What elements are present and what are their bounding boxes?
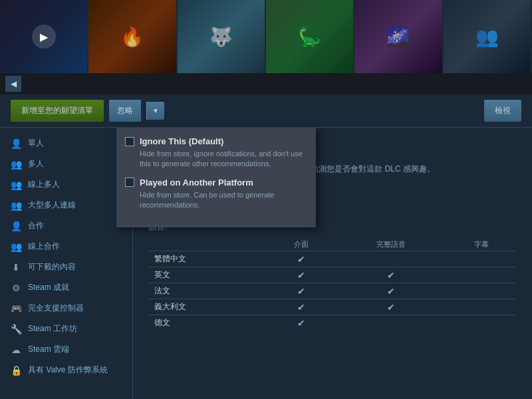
language-section: 語言: 介面 完整語音 字幕 繁體中文 ✔	[149, 221, 516, 331]
sidebar-item-dlc[interactable]: ⬇ 可下載的內容	[0, 257, 132, 277]
cloud-icon: ☁	[11, 344, 21, 355]
sidebar-item-online-coop[interactable]: 👥 線上合作	[0, 236, 132, 257]
sidebar-item-mmo[interactable]: 👥 大型多人連線	[0, 195, 132, 215]
wishlist-button[interactable]: 新增至您的願望清單	[11, 100, 104, 122]
media-thumb-1[interactable]: ▶	[0, 0, 88, 73]
lang-name: 義大利文	[149, 299, 267, 315]
dlc-icon: ⬇	[11, 262, 21, 273]
language-table: 介面 完整語音 字幕 繁體中文 ✔ 英文 ✔ ✔	[149, 238, 516, 331]
online-multi-icon: 👥	[11, 180, 21, 190]
nav-bar: ◀	[0, 73, 532, 94]
ignore-dropdown-arrow[interactable]: ▼	[146, 102, 164, 120]
lang-interface-check: ✔	[267, 251, 336, 267]
ignore-button[interactable]: 忽略	[109, 100, 141, 122]
workshop-icon: 🔧	[11, 324, 21, 334]
sidebar-item-achievements[interactable]: ⚙ Steam 成就	[0, 277, 132, 298]
played-other-checkbox[interactable]	[125, 178, 134, 187]
sidebar-item-controller[interactable]: 🎮 完全支援控制器	[0, 298, 132, 319]
media-thumb-3[interactable]: 🐺	[178, 0, 266, 73]
thumb-figure-fire: 🔥	[88, 0, 176, 73]
vac-icon: 🔒	[11, 365, 21, 376]
multi-player-icon: 👥	[11, 159, 21, 170]
sidebar-item-online-multi[interactable]: 👥 線上多人	[0, 174, 132, 195]
lang-col-name	[149, 238, 267, 251]
sidebar-item-multi[interactable]: 👥 多人	[0, 154, 132, 174]
coop-icon: 👤	[11, 221, 21, 231]
table-row: 繁體中文 ✔	[149, 251, 516, 267]
play-button[interactable]: ▶	[32, 25, 56, 49]
thumb-figure-creature: 🐺	[178, 0, 265, 73]
sidebar-item-vac[interactable]: 🔒 具有 Valve 防作弊系統	[0, 360, 132, 380]
thumb-figure-people: 👥	[444, 0, 531, 73]
lang-name: 法文	[149, 283, 267, 299]
table-row: 英文 ✔ ✔	[149, 267, 516, 283]
sidebar-item-single[interactable]: 👤 單人	[0, 133, 132, 154]
ignore-default-desc: Hide from store, ignore notifications, a…	[125, 149, 307, 170]
media-thumb-4[interactable]: 🦕	[266, 0, 354, 73]
media-thumb-6[interactable]: 👥	[444, 0, 532, 73]
online-coop-icon: 👥	[11, 241, 21, 252]
lang-name: 英文	[149, 267, 267, 283]
lang-name: 德文	[149, 315, 267, 331]
back-arrow-button[interactable]: ◀	[5, 76, 21, 92]
thumb-figure-dino: 🦕	[266, 0, 353, 73]
table-row: 義大利文 ✔ ✔	[149, 299, 516, 315]
played-other-label: Played on Another Platform	[140, 178, 253, 188]
achievements-icon: ⚙	[11, 283, 21, 293]
controller-icon: 🎮	[11, 303, 21, 314]
sidebar-item-cloud[interactable]: ☁ Steam 雲端	[0, 339, 132, 360]
lang-col-interface: 介面	[267, 238, 336, 251]
ignore-dropdown-menu: Ignore This (Default) Hide from store, i…	[116, 128, 316, 227]
media-thumb-5[interactable]: 🌌	[354, 0, 443, 73]
mmo-icon: 👥	[11, 200, 21, 211]
sidebar: 👤 單人 👥 多人 👥 線上多人 👥 大型多人連線 👤 合作 👥 線上合作 ⬇ …	[0, 128, 133, 399]
played-other-desc: Hide from store. Can be used to generate…	[125, 190, 307, 211]
dropdown-item-2: Played on Another Platform Hide from sto…	[125, 178, 307, 211]
table-row: 德文 ✔	[149, 315, 516, 331]
single-player-icon: 👤	[11, 138, 21, 149]
view-button[interactable]: 檢視	[484, 100, 521, 122]
action-bar: 新增至您的願望清單 忽略 ▼ 檢視	[0, 94, 532, 128]
media-strip: ▶ 🔥 🐺 🦕 🌌 👥	[0, 0, 532, 73]
sidebar-item-workshop[interactable]: 🔧 Steam 工作坊	[0, 319, 132, 339]
media-thumb-2[interactable]: 🔥	[88, 0, 177, 73]
thumb-figure-space: 🌌	[354, 0, 442, 73]
lang-col-audio: 完整語音	[336, 238, 447, 251]
ignore-default-label: Ignore This (Default)	[140, 136, 223, 146]
lang-name: 繁體中文	[149, 251, 267, 267]
sidebar-item-coop[interactable]: 👤 合作	[0, 215, 132, 236]
table-row: 法文 ✔ ✔	[149, 283, 516, 299]
ignore-default-checkbox[interactable]	[125, 137, 134, 146]
dropdown-item-1: Ignore This (Default) Hide from store, i…	[125, 136, 307, 170]
lang-col-subtitle: 字幕	[446, 238, 516, 251]
